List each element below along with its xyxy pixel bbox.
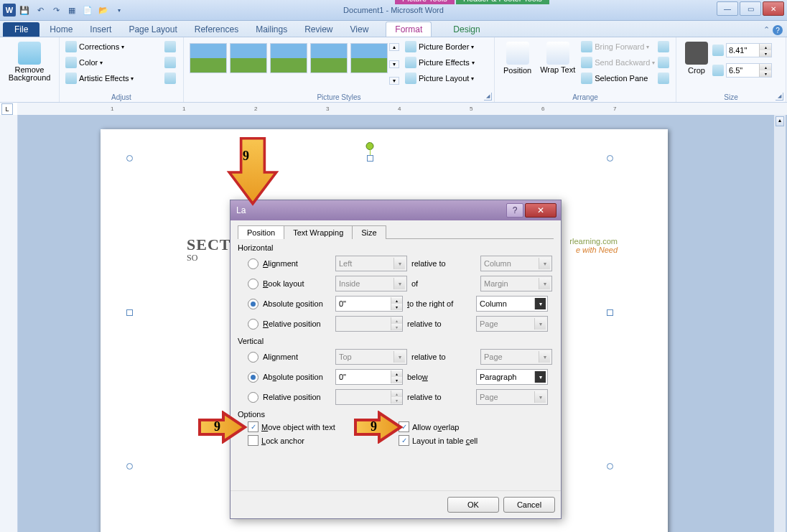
close-button[interactable]: ✕	[763, 1, 784, 16]
v-relative-radio[interactable]	[248, 392, 259, 403]
ribbon-min-icon[interactable]: ⌃	[763, 25, 770, 35]
wrap-text-button[interactable]: Wrap Text	[536, 39, 579, 86]
size-launcher-icon[interactable]: ◢	[776, 93, 783, 101]
page-text: SO	[187, 253, 230, 263]
annotation-number: 9	[371, 419, 377, 434]
vertical-label: Vertical	[238, 337, 554, 345]
tab-text-wrapping[interactable]: Text Wrapping	[284, 225, 353, 239]
annotation-arrow-right	[353, 411, 404, 444]
group-icon[interactable]	[656, 55, 671, 70]
picture-styles-gallery[interactable]: ▴ ▾ ▾	[188, 39, 399, 86]
open-icon[interactable]: 📂	[96, 3, 111, 17]
height-input[interactable]: 8.41"▴▾	[726, 43, 772, 57]
resize-handle[interactable]	[607, 463, 613, 470]
references-tab[interactable]: References	[186, 22, 247, 37]
wrap-icon	[546, 42, 569, 65]
align-icon[interactable]	[656, 39, 671, 55]
styles-launcher-icon[interactable]: ◢	[484, 93, 492, 101]
resize-handle[interactable]	[607, 155, 613, 162]
tab-selector[interactable]: L	[1, 103, 13, 115]
page-layout-tab[interactable]: Page Layout	[120, 22, 185, 37]
h-book-rel-combo: Margin▾	[480, 276, 552, 291]
v-absolute-radio[interactable]	[248, 372, 259, 383]
v-absolute-input[interactable]: ▴▾	[335, 369, 403, 385]
corrections-button[interactable]: Corrections▾	[64, 39, 163, 55]
gallery-more-icon[interactable]: ▾	[389, 77, 399, 85]
h-book-radio[interactable]	[248, 279, 259, 289]
vertical-scrollbar[interactable]: ▴	[773, 115, 786, 532]
resize-handle[interactable]	[126, 309, 133, 316]
h-relative-input: ▴▾	[335, 316, 403, 332]
resize-handle[interactable]	[607, 309, 613, 316]
reset-picture-icon[interactable]	[163, 70, 179, 86]
help-icon[interactable]: ?	[773, 25, 783, 35]
insert-tab[interactable]: Insert	[81, 22, 120, 37]
crop-icon	[685, 42, 708, 65]
header-footer-tools-label: Header & Footer Tools	[456, 0, 549, 4]
layout-icon	[405, 73, 416, 84]
send-backward-button[interactable]: Send Backward▾	[579, 55, 656, 70]
ok-button[interactable]: OK	[447, 497, 499, 513]
annotation-arrow-down	[224, 136, 281, 208]
color-button[interactable]: Color▾	[64, 55, 163, 70]
view-tab[interactable]: View	[342, 22, 378, 37]
h-absolute-input[interactable]: ▴▾	[335, 296, 403, 312]
border-icon	[405, 41, 416, 52]
resize-handle[interactable]	[367, 155, 373, 162]
dialog-tabs: Position Text Wrapping Size	[238, 225, 554, 239]
selection-pane-button[interactable]: Selection Pane	[579, 70, 656, 86]
dialog-close-button[interactable]: ✕	[525, 203, 557, 218]
gallery-up-icon[interactable]: ▴	[389, 43, 399, 51]
review-tab[interactable]: Review	[296, 22, 341, 37]
compress-icon[interactable]	[163, 39, 179, 55]
v-absolute-rel-combo[interactable]: Paragraph▾	[476, 369, 548, 385]
picture-effects-button[interactable]: Picture Effects▾	[404, 55, 476, 70]
artistic-effects-button[interactable]: Artistic Effects▾	[64, 70, 163, 86]
h-absolute-radio[interactable]	[248, 299, 259, 309]
width-input[interactable]: 6.5"▴▾	[726, 63, 772, 78]
move-with-text-checkbox[interactable]: ✓	[248, 421, 259, 432]
v-alignment-combo: Top▾	[335, 349, 407, 365]
change-picture-icon[interactable]	[163, 55, 179, 70]
crop-button[interactable]: Crop	[681, 39, 712, 78]
remove-background-button[interactable]: Remove Background	[4, 39, 55, 85]
home-tab[interactable]: Home	[41, 22, 81, 37]
lock-anchor-checkbox[interactable]	[248, 435, 259, 446]
h-relative-radio[interactable]	[248, 319, 259, 330]
file-tab[interactable]: File	[3, 22, 39, 37]
tab-position[interactable]: Position	[238, 225, 284, 239]
position-button[interactable]: Position	[499, 39, 536, 86]
resize-handle[interactable]	[126, 463, 133, 470]
h-absolute-rel-combo[interactable]: Column▾	[476, 296, 548, 312]
picture-border-button[interactable]: Picture Border▾	[404, 39, 476, 55]
minimize-button[interactable]: —	[717, 1, 738, 16]
cancel-button[interactable]: Cancel	[503, 497, 555, 513]
mailings-tab[interactable]: Mailings	[247, 22, 296, 37]
rotate-icon[interactable]	[656, 70, 671, 86]
horizontal-label: Horizontal	[238, 243, 554, 252]
picture-layout-button[interactable]: Picture Layout▾	[404, 70, 476, 86]
maximize-button[interactable]: ▭	[740, 1, 761, 16]
page-text: SECT	[187, 235, 230, 254]
position-icon	[506, 42, 529, 65]
format-tab[interactable]: Format	[386, 22, 432, 37]
bring-forward-button[interactable]: Bring Forward▾	[579, 39, 656, 55]
resize-handle[interactable]	[126, 155, 133, 162]
qat-icon[interactable]: ▦	[65, 3, 79, 17]
h-alignment-radio[interactable]	[248, 258, 259, 269]
qat-more-icon[interactable]: ▾	[112, 3, 126, 17]
size-group-label: Size	[676, 93, 786, 101]
annotation-number: 9	[214, 419, 220, 434]
h-alignment-combo: Left▾	[335, 256, 407, 271]
v-alignment-radio[interactable]	[248, 352, 259, 363]
document-title: Document1 - Microsoft Word	[343, 6, 444, 14]
vertical-ruler[interactable]	[0, 115, 18, 532]
redo-icon[interactable]: ↷	[49, 3, 63, 17]
undo-icon[interactable]: ↶	[33, 3, 47, 17]
dialog-help-icon[interactable]: ?	[506, 203, 523, 218]
qat-icon[interactable]: 📄	[80, 3, 95, 17]
save-icon[interactable]: 💾	[17, 3, 32, 17]
gallery-down-icon[interactable]: ▾	[389, 60, 399, 68]
design-tab[interactable]: Design	[444, 22, 488, 37]
tab-size[interactable]: Size	[352, 225, 386, 239]
